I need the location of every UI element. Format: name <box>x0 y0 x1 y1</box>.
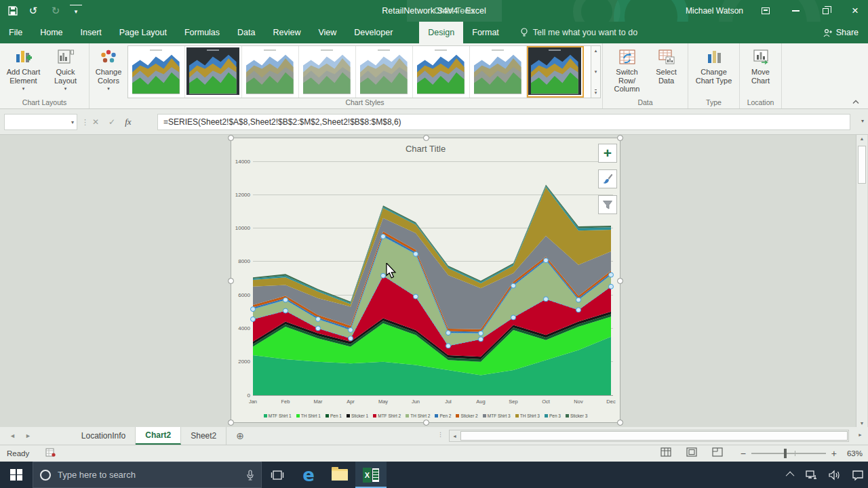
share-button[interactable]: Share <box>823 22 859 43</box>
scroll-down-icon[interactable]: ▼ <box>860 421 865 426</box>
tab-view[interactable]: View <box>309 22 345 43</box>
network-icon[interactable] <box>805 470 817 481</box>
tab-format[interactable]: Format <box>463 22 508 43</box>
formula-bar-splitter[interactable]: ⋮ <box>81 116 89 128</box>
scroll-left-icon[interactable]: ◄ <box>450 434 460 439</box>
move-chart-button[interactable]: Move Chart <box>742 47 780 86</box>
zoom-level[interactable]: 63% <box>842 449 863 458</box>
tell-me-box[interactable]: Tell me what you want to do <box>520 22 637 43</box>
zoom-slider[interactable] <box>751 453 826 454</box>
change-colors-button[interactable]: Change Colors ▾ <box>90 47 127 93</box>
zoom-slider-thumb[interactable] <box>784 449 787 458</box>
legend-item[interactable]: TH Shirt 3 <box>515 413 540 418</box>
legend-item[interactable]: Sticker 3 <box>566 413 587 418</box>
file-explorer-button[interactable] <box>324 462 355 488</box>
redo-button[interactable]: ↻ <box>50 5 62 17</box>
scroll-right-icon[interactable]: ► <box>858 432 863 437</box>
chart-filters-button[interactable] <box>598 195 617 214</box>
normal-view-icon[interactable] <box>660 447 671 460</box>
tab-home[interactable]: Home <box>31 22 71 43</box>
search-placeholder: Type here to search <box>58 470 239 480</box>
legend-item[interactable]: Sticker 2 <box>456 413 477 418</box>
restore-button[interactable] <box>818 4 833 18</box>
chart-legend[interactable]: MTF Shirt 1TH Shirt 1Pen 1Sticker 1MTF S… <box>231 413 620 418</box>
switch-row-column-button[interactable]: Switch Row/ Column <box>607 47 648 95</box>
sheet-tab-locationinfo[interactable]: LocationInfo <box>72 427 136 445</box>
tab-formulas[interactable]: Formulas <box>176 22 229 43</box>
quick-layout-button[interactable]: Quick Layout ▾ <box>45 47 86 93</box>
sheet-nav-right-icon[interactable]: ► <box>25 432 31 439</box>
formula-bar-collapse-icon[interactable]: ▾ <box>861 118 864 124</box>
collapse-ribbon-icon[interactable] <box>852 99 860 106</box>
legend-item[interactable]: MTF Shirt 2 <box>373 413 401 418</box>
sheet-tab-strip: ◄ ► LocationInfoChart2Sheet2 ⊕ ⋮ ◄ ► <box>0 427 868 445</box>
legend-item[interactable]: Pen 3 <box>545 413 561 418</box>
undo-button[interactable]: ↺ <box>27 5 39 17</box>
taskbar-search-input[interactable]: Type here to search <box>33 462 262 488</box>
user-name[interactable]: Michael Watson <box>686 6 743 16</box>
legend-item[interactable]: Pen 2 <box>435 413 451 418</box>
zoom-in-button[interactable]: + <box>831 448 837 459</box>
legend-item[interactable]: MTF Shirt 3 <box>483 413 511 418</box>
formula-input[interactable]: =SERIES(Sheet2!$A$8,Sheet2!$B$2:$M$2,She… <box>157 114 850 130</box>
volume-icon[interactable] <box>828 470 841 481</box>
chart-elements-button[interactable]: + <box>598 144 617 163</box>
ribbon-display-options-icon[interactable] <box>758 4 773 18</box>
selection-handle[interactable] <box>423 420 429 426</box>
chart-styles-button[interactable] <box>598 169 617 188</box>
tab-splitter[interactable]: ⋮ <box>437 431 444 438</box>
vertical-scroll-thumb[interactable] <box>858 146 866 184</box>
add-chart-element-button[interactable]: Add Chart Element ▾ <box>3 47 44 93</box>
sheet-tab-chart2[interactable]: Chart2 <box>136 427 181 445</box>
page-layout-view-icon[interactable] <box>686 447 697 460</box>
selection-handle[interactable] <box>228 135 234 141</box>
zoom-out-button[interactable]: − <box>741 448 746 459</box>
microphone-icon[interactable] <box>246 470 254 481</box>
selection-handle[interactable] <box>228 278 234 284</box>
selection-handle[interactable] <box>423 135 429 141</box>
save-icon[interactable] <box>7 5 19 17</box>
tab-page-layout[interactable]: Page Layout <box>111 22 176 43</box>
page-break-view-icon[interactable] <box>712 447 723 460</box>
tab-data[interactable]: Data <box>229 22 264 43</box>
selection-handle[interactable] <box>617 420 623 426</box>
sheet-tab-sheet2[interactable]: Sheet2 <box>181 427 226 445</box>
task-view-button[interactable] <box>262 462 293 488</box>
customize-qat-icon[interactable]: ▾ <box>70 5 82 17</box>
selection-handle[interactable] <box>617 135 623 141</box>
cancel-icon[interactable]: ✕ <box>92 117 99 127</box>
tray-expand-icon[interactable] <box>788 472 794 478</box>
select-data-button[interactable]: Select Data <box>649 47 684 95</box>
excel-taskbar-button[interactable]: X <box>355 462 387 488</box>
close-button[interactable]: × <box>848 4 863 18</box>
selection-handle[interactable] <box>617 278 623 284</box>
action-center-icon[interactable] <box>852 470 864 481</box>
name-box[interactable]: ▾ <box>4 114 77 130</box>
scroll-up-icon[interactable]: ▲ <box>860 136 865 141</box>
tab-file[interactable]: File <box>0 22 31 43</box>
selection-handle[interactable] <box>228 420 234 426</box>
chart-object[interactable]: Chart Title 0200040006000800010000120001… <box>231 138 620 423</box>
change-chart-type-button[interactable]: Change Chart Type <box>690 47 738 86</box>
sheet-nav-left-icon[interactable]: ◄ <box>9 432 16 439</box>
enter-check-icon[interactable]: ✓ <box>108 117 115 127</box>
tab-insert[interactable]: Insert <box>72 22 111 43</box>
tab-developer[interactable]: Developer <box>345 22 401 43</box>
legend-item[interactable]: Sticker 1 <box>347 413 368 418</box>
horizontal-scrollbar[interactable]: ◄ <box>449 430 849 442</box>
legend-item[interactable]: TH Shirt 1 <box>296 413 321 418</box>
legend-item[interactable]: TH Shirt 2 <box>406 413 430 418</box>
start-button[interactable] <box>0 462 33 488</box>
tab-design[interactable]: Design <box>419 22 463 43</box>
horizontal-scroll-thumb[interactable] <box>460 431 848 441</box>
macro-record-icon[interactable] <box>45 447 56 460</box>
edge-browser-button[interactable]: e <box>293 462 324 488</box>
name-box-dropdown-icon[interactable]: ▾ <box>71 119 74 125</box>
legend-item[interactable]: MTF Shirt 1 <box>264 413 292 418</box>
minimize-button[interactable] <box>788 4 803 18</box>
tab-review[interactable]: Review <box>264 22 309 43</box>
vertical-scrollbar[interactable]: ▲ ▼ <box>856 135 867 427</box>
new-sheet-button[interactable]: ⊕ <box>226 427 254 445</box>
legend-item[interactable]: Pen 1 <box>326 413 342 418</box>
insert-function-icon[interactable]: fx <box>125 117 131 127</box>
